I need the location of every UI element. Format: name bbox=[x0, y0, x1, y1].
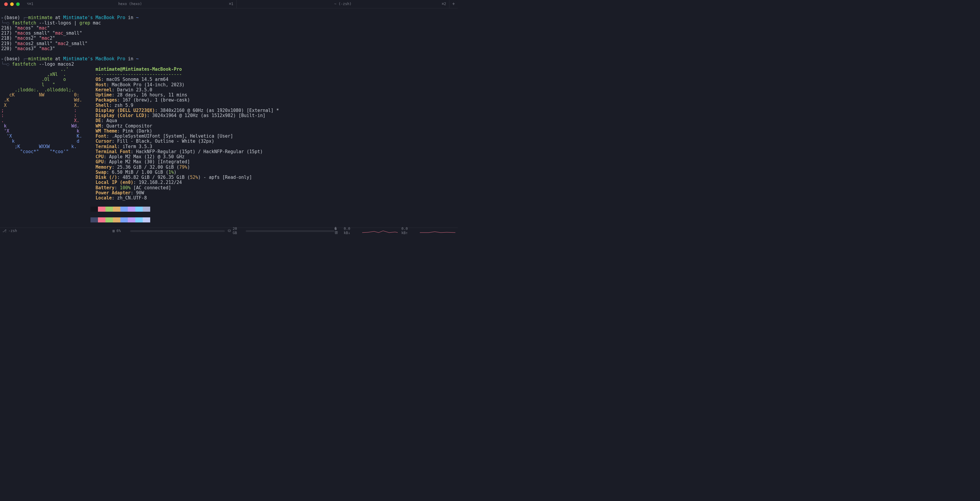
status-process: -zsh bbox=[8, 229, 17, 233]
prompt-user: mintimate bbox=[28, 15, 52, 20]
status-memory: 20 GB bbox=[232, 227, 243, 234]
tab-1-shortcut-right: ⌘1 bbox=[229, 2, 233, 6]
net-up-spark bbox=[420, 229, 455, 233]
tab-bar: ⌥⌘1 hexo (hexo) ⌘1 ~ (-zsh) ⌘2 + bbox=[0, 0, 458, 8]
status-net-up: 0.0 kB↑ bbox=[401, 227, 416, 234]
branch-icon: ⎇ bbox=[2, 229, 6, 233]
fastfetch-output: ..' mintimate@Mintimates-MacBook-Pro ,xN… bbox=[1, 67, 457, 201]
cpu-bar bbox=[130, 230, 225, 232]
status-bar: ⎇ -zsh ▥ 6% ⛁ 20 GB �靈 0.0 kB↓ 0.0 kB↑ bbox=[0, 227, 458, 234]
window-controls bbox=[0, 0, 24, 8]
tab-2-title: ~ (-zsh) bbox=[334, 2, 352, 6]
close-window-button[interactable] bbox=[4, 2, 8, 6]
prompt-host: Mintimate's MacBook Pro bbox=[63, 15, 126, 20]
network-icon: �靈 bbox=[334, 227, 340, 234]
memory-icon: ⛁ bbox=[228, 229, 231, 233]
command-2: fastfetch bbox=[12, 62, 36, 67]
status-cpu: 6% bbox=[116, 229, 121, 233]
conda-env: (base) bbox=[4, 15, 20, 20]
cpu-icon: ▥ bbox=[113, 229, 115, 233]
tab-1-title: hexo (hexo) bbox=[118, 2, 142, 6]
prompt-cwd: ~ bbox=[136, 15, 139, 20]
tab-1[interactable]: ⌥⌘1 hexo (hexo) ⌘1 bbox=[24, 0, 237, 8]
color-swatches-bright bbox=[91, 217, 457, 223]
net-down-spark bbox=[362, 229, 398, 233]
tab-2-shortcut-right: ⌘2 bbox=[442, 2, 446, 6]
color-swatches-dark bbox=[91, 207, 457, 212]
new-tab-button[interactable]: + bbox=[449, 0, 458, 8]
terminal-output[interactable]: ▸(base) ┌─mintimate at Mintimate's MacBo… bbox=[0, 8, 458, 234]
command-1: fastfetch bbox=[12, 20, 36, 25]
status-net-down: 0.0 kB↓ bbox=[344, 227, 359, 234]
tab-1-shortcut-left: ⌥⌘1 bbox=[27, 2, 33, 6]
tab-2[interactable]: ~ (-zsh) ⌘2 bbox=[237, 0, 450, 8]
memory-bar bbox=[246, 230, 334, 232]
grep-output: 216) "macos" "mac" 217) "macos_small" "m… bbox=[1, 25, 457, 51]
minimize-window-button[interactable] bbox=[10, 2, 14, 6]
zoom-window-button[interactable] bbox=[16, 2, 20, 6]
